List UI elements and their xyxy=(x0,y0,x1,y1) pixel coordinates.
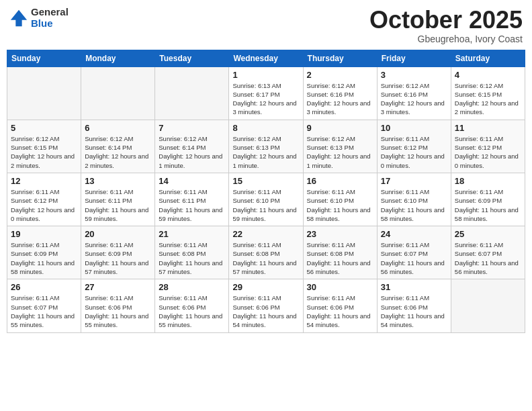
day-info: Sunrise: 6:12 AM Sunset: 6:16 PM Dayligh… xyxy=(381,81,447,117)
day-number: 12 xyxy=(11,176,77,186)
day-number: 24 xyxy=(381,229,447,239)
day-number: 17 xyxy=(381,176,447,186)
calendar-cell xyxy=(7,66,81,120)
day-number: 26 xyxy=(11,282,77,292)
calendar-cell: 17Sunrise: 6:11 AM Sunset: 6:10 PM Dayli… xyxy=(377,173,451,226)
calendar-cell: 12Sunrise: 6:11 AM Sunset: 6:12 PM Dayli… xyxy=(7,173,81,226)
calendar-cell: 15Sunrise: 6:11 AM Sunset: 6:10 PM Dayli… xyxy=(229,173,303,226)
location-subtitle: Gbeugrehoa, Ivory Coast xyxy=(369,34,523,44)
calendar-cell xyxy=(81,66,155,120)
day-info: Sunrise: 6:12 AM Sunset: 6:13 PM Dayligh… xyxy=(232,134,299,170)
day-number: 22 xyxy=(232,229,299,239)
day-info: Sunrise: 6:11 AM Sunset: 6:06 PM Dayligh… xyxy=(85,293,151,329)
calendar-week-row: 12Sunrise: 6:11 AM Sunset: 6:12 PM Dayli… xyxy=(7,173,525,226)
day-number: 2 xyxy=(307,70,373,80)
day-number: 9 xyxy=(307,123,373,133)
calendar-cell: 13Sunrise: 6:11 AM Sunset: 6:11 PM Dayli… xyxy=(81,173,155,226)
calendar-cell: 5Sunrise: 6:12 AM Sunset: 6:15 PM Daylig… xyxy=(7,120,81,173)
day-number: 29 xyxy=(232,282,299,292)
day-info: Sunrise: 6:11 AM Sunset: 6:08 PM Dayligh… xyxy=(159,240,225,276)
calendar-week-row: 1Sunrise: 6:13 AM Sunset: 6:17 PM Daylig… xyxy=(7,66,525,120)
day-info: Sunrise: 6:11 AM Sunset: 6:12 PM Dayligh… xyxy=(381,134,447,170)
day-info: Sunrise: 6:11 AM Sunset: 6:07 PM Dayligh… xyxy=(455,240,521,276)
day-number: 31 xyxy=(381,282,447,292)
day-number: 5 xyxy=(11,123,77,133)
svg-marker-0 xyxy=(11,9,27,26)
day-number: 15 xyxy=(232,176,299,186)
calendar-cell: 20Sunrise: 6:11 AM Sunset: 6:09 PM Dayli… xyxy=(81,226,155,279)
day-number: 4 xyxy=(455,70,521,80)
day-number: 28 xyxy=(159,282,225,292)
weekday-header: Monday xyxy=(81,50,155,66)
page-header: General Blue October 2025 Gbeugrehoa, Iv… xyxy=(7,7,525,44)
day-info: Sunrise: 6:11 AM Sunset: 6:09 PM Dayligh… xyxy=(11,240,77,276)
day-info: Sunrise: 6:12 AM Sunset: 6:15 PM Dayligh… xyxy=(11,134,77,170)
calendar-cell xyxy=(155,66,229,120)
logo-general-text: General xyxy=(31,7,69,18)
weekday-header: Friday xyxy=(377,50,451,66)
calendar-cell: 11Sunrise: 6:11 AM Sunset: 6:12 PM Dayli… xyxy=(451,120,525,173)
day-info: Sunrise: 6:11 AM Sunset: 6:12 PM Dayligh… xyxy=(455,134,521,170)
calendar-table: SundayMondayTuesdayWednesdayThursdayFrid… xyxy=(7,50,525,333)
calendar-cell: 22Sunrise: 6:11 AM Sunset: 6:08 PM Dayli… xyxy=(229,226,303,279)
calendar-cell: 14Sunrise: 6:11 AM Sunset: 6:11 PM Dayli… xyxy=(155,173,229,226)
day-info: Sunrise: 6:11 AM Sunset: 6:11 PM Dayligh… xyxy=(85,187,151,223)
calendar-cell xyxy=(451,279,525,332)
calendar-cell: 30Sunrise: 6:11 AM Sunset: 6:06 PM Dayli… xyxy=(303,279,377,332)
day-number: 19 xyxy=(11,229,77,239)
day-number: 30 xyxy=(307,282,373,292)
calendar-week-row: 5Sunrise: 6:12 AM Sunset: 6:15 PM Daylig… xyxy=(7,120,525,173)
logo-blue-text: Blue xyxy=(31,18,69,30)
calendar-week-row: 26Sunrise: 6:11 AM Sunset: 6:07 PM Dayli… xyxy=(7,279,525,332)
calendar-cell: 7Sunrise: 6:12 AM Sunset: 6:14 PM Daylig… xyxy=(155,120,229,173)
calendar-cell: 3Sunrise: 6:12 AM Sunset: 6:16 PM Daylig… xyxy=(377,66,451,120)
weekday-header: Thursday xyxy=(303,50,377,66)
day-info: Sunrise: 6:12 AM Sunset: 6:14 PM Dayligh… xyxy=(159,134,225,170)
day-number: 27 xyxy=(85,282,151,292)
calendar-cell: 8Sunrise: 6:12 AM Sunset: 6:13 PM Daylig… xyxy=(229,120,303,173)
calendar-cell: 6Sunrise: 6:12 AM Sunset: 6:14 PM Daylig… xyxy=(81,120,155,173)
day-info: Sunrise: 6:11 AM Sunset: 6:07 PM Dayligh… xyxy=(381,240,447,276)
calendar-cell: 23Sunrise: 6:11 AM Sunset: 6:08 PM Dayli… xyxy=(303,226,377,279)
calendar-cell: 16Sunrise: 6:11 AM Sunset: 6:10 PM Dayli… xyxy=(303,173,377,226)
day-number: 23 xyxy=(307,229,373,239)
calendar-cell: 1Sunrise: 6:13 AM Sunset: 6:17 PM Daylig… xyxy=(229,66,303,120)
day-info: Sunrise: 6:12 AM Sunset: 6:13 PM Dayligh… xyxy=(307,134,373,170)
day-number: 18 xyxy=(455,176,521,186)
calendar-cell: 21Sunrise: 6:11 AM Sunset: 6:08 PM Dayli… xyxy=(155,226,229,279)
day-number: 7 xyxy=(159,123,225,133)
calendar-cell: 18Sunrise: 6:11 AM Sunset: 6:09 PM Dayli… xyxy=(451,173,525,226)
day-info: Sunrise: 6:13 AM Sunset: 6:17 PM Dayligh… xyxy=(232,81,299,117)
day-number: 10 xyxy=(381,123,447,133)
calendar-cell: 24Sunrise: 6:11 AM Sunset: 6:07 PM Dayli… xyxy=(377,226,451,279)
calendar-header-row: SundayMondayTuesdayWednesdayThursdayFrid… xyxy=(7,50,525,66)
logo-icon xyxy=(9,9,28,28)
day-info: Sunrise: 6:11 AM Sunset: 6:06 PM Dayligh… xyxy=(307,293,373,329)
day-info: Sunrise: 6:11 AM Sunset: 6:11 PM Dayligh… xyxy=(159,187,225,223)
calendar-cell: 2Sunrise: 6:12 AM Sunset: 6:16 PM Daylig… xyxy=(303,66,377,120)
weekday-header: Wednesday xyxy=(229,50,303,66)
day-info: Sunrise: 6:11 AM Sunset: 6:12 PM Dayligh… xyxy=(11,187,77,223)
weekday-header: Sunday xyxy=(7,50,81,66)
month-title: October 2025 xyxy=(369,7,523,34)
calendar-cell: 9Sunrise: 6:12 AM Sunset: 6:13 PM Daylig… xyxy=(303,120,377,173)
weekday-header: Saturday xyxy=(451,50,525,66)
logo: General Blue xyxy=(9,7,69,29)
weekday-header: Tuesday xyxy=(155,50,229,66)
day-number: 8 xyxy=(232,123,299,133)
calendar-cell: 28Sunrise: 6:11 AM Sunset: 6:06 PM Dayli… xyxy=(155,279,229,332)
day-info: Sunrise: 6:11 AM Sunset: 6:06 PM Dayligh… xyxy=(381,293,447,329)
day-number: 21 xyxy=(159,229,225,239)
day-info: Sunrise: 6:12 AM Sunset: 6:15 PM Dayligh… xyxy=(455,81,521,117)
day-number: 16 xyxy=(307,176,373,186)
calendar-cell: 27Sunrise: 6:11 AM Sunset: 6:06 PM Dayli… xyxy=(81,279,155,332)
day-number: 11 xyxy=(455,123,521,133)
day-info: Sunrise: 6:12 AM Sunset: 6:16 PM Dayligh… xyxy=(307,81,373,117)
day-info: Sunrise: 6:11 AM Sunset: 6:10 PM Dayligh… xyxy=(307,187,373,223)
calendar-cell: 31Sunrise: 6:11 AM Sunset: 6:06 PM Dayli… xyxy=(377,279,451,332)
day-info: Sunrise: 6:11 AM Sunset: 6:06 PM Dayligh… xyxy=(232,293,299,329)
day-info: Sunrise: 6:12 AM Sunset: 6:14 PM Dayligh… xyxy=(85,134,151,170)
calendar-week-row: 19Sunrise: 6:11 AM Sunset: 6:09 PM Dayli… xyxy=(7,226,525,279)
day-number: 3 xyxy=(381,70,447,80)
calendar-cell: 26Sunrise: 6:11 AM Sunset: 6:07 PM Dayli… xyxy=(7,279,81,332)
